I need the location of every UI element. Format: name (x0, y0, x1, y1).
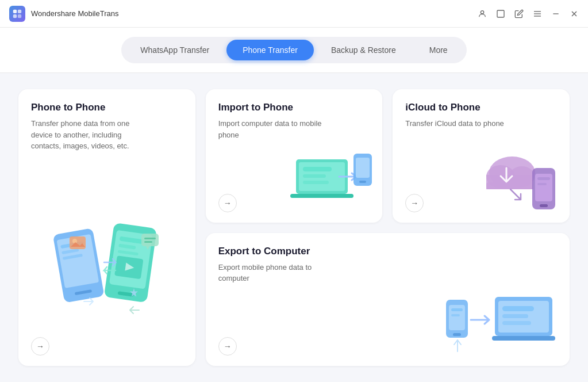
svg-rect-28 (141, 234, 159, 246)
svg-rect-49 (537, 183, 547, 185)
svg-rect-34 (303, 167, 332, 171)
tab-backup[interactable]: Backup & Restore (315, 40, 412, 60)
card-desc-export: Export mobile phone data to computer (218, 262, 322, 284)
arrow-import[interactable]: → (218, 194, 237, 212)
tab-more[interactable]: More (413, 40, 464, 60)
card-phone-to-phone[interactable]: Phone to Phone Transfer phone data from … (18, 89, 195, 366)
card-desc-import: Import computer data to mobile phone (218, 118, 322, 140)
svg-point-4 (481, 10, 483, 13)
svg-rect-54 (451, 314, 460, 316)
svg-rect-29 (144, 238, 156, 239)
svg-rect-30 (144, 241, 152, 243)
titlebar: Wondershare MobileTrans (0, 0, 588, 28)
nav-tabs: WhatsApp Transfer Phone Transfer Backup … (121, 37, 466, 63)
svg-rect-3 (18, 14, 21, 17)
svg-rect-39 (359, 181, 366, 183)
svg-rect-47 (540, 204, 548, 207)
svg-rect-38 (356, 158, 370, 178)
card-title-import: Import to Phone (218, 102, 370, 113)
card-import-to-phone[interactable]: Import to Phone Import computer data to … (206, 89, 383, 223)
svg-rect-60 (502, 321, 531, 325)
svg-rect-44 (486, 182, 533, 189)
svg-rect-1 (18, 9, 21, 13)
cards-grid: Phone to Phone Transfer phone data from … (18, 89, 570, 366)
main-content: Phone to Phone Transfer phone data from … (0, 73, 588, 382)
app-title: Wondershare MobileTrans (31, 9, 478, 18)
window-icon[interactable] (496, 9, 505, 18)
card-desc-icloud: Transfer iCloud data to phone (405, 118, 509, 129)
arrow-phone-to-phone[interactable]: → (31, 337, 49, 356)
app-logo (9, 6, 25, 22)
window-controls (478, 9, 579, 18)
svg-rect-58 (502, 306, 534, 311)
svg-rect-53 (451, 308, 463, 311)
svg-rect-36 (303, 181, 329, 184)
svg-rect-26 (70, 236, 86, 249)
nav-bar: WhatsApp Transfer Phone Transfer Backup … (0, 28, 588, 73)
card-icloud-to-phone[interactable]: iCloud to Phone Transfer iCloud data to … (393, 89, 570, 223)
svg-rect-0 (13, 9, 17, 13)
phone-to-phone-illustration (41, 205, 179, 331)
svg-rect-48 (537, 177, 550, 180)
tab-phone[interactable]: Phone Transfer (226, 40, 314, 60)
menu-icon[interactable] (533, 9, 542, 18)
svg-rect-57 (492, 336, 555, 341)
import-illustration (287, 148, 376, 217)
svg-rect-35 (303, 174, 326, 178)
minimize-icon[interactable] (551, 9, 560, 18)
card-title-phone-to-phone: Phone to Phone (31, 102, 183, 113)
tab-whatsapp[interactable]: WhatsApp Transfer (124, 40, 225, 60)
edit-icon[interactable] (514, 9, 524, 18)
export-illustration (437, 291, 564, 360)
card-desc-phone-to-phone: Transfer phone data from one device to a… (31, 118, 134, 152)
svg-rect-33 (290, 194, 353, 198)
svg-rect-2 (13, 14, 17, 17)
svg-point-27 (72, 239, 77, 243)
close-icon[interactable] (570, 9, 579, 18)
svg-rect-52 (453, 333, 461, 336)
card-export-to-computer[interactable]: Export to Computer Export mobile phone d… (206, 233, 570, 366)
svg-rect-59 (502, 314, 528, 318)
card-title-icloud: iCloud to Phone (405, 102, 557, 113)
icloud-illustration (475, 148, 564, 217)
svg-rect-5 (497, 10, 504, 17)
arrow-export[interactable]: → (218, 337, 237, 356)
user-icon[interactable] (478, 9, 487, 18)
arrow-icloud[interactable]: → (405, 194, 424, 212)
card-title-export: Export to Computer (218, 246, 557, 257)
